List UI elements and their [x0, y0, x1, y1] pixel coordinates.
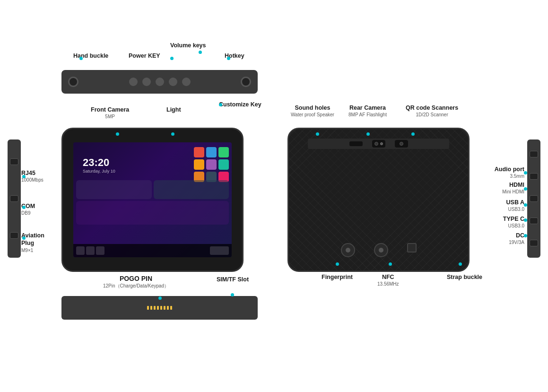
- dot-rear-camera: [366, 132, 370, 136]
- side-port-rj45: [10, 158, 18, 165]
- screen-apps: [194, 147, 229, 182]
- dot-usba: [524, 203, 527, 207]
- dot-power-key: [170, 57, 174, 60]
- side-right-device: [527, 139, 540, 258]
- side-port-audio: [530, 151, 538, 157]
- dot-audio: [524, 171, 527, 174]
- dot-typec: [524, 218, 527, 222]
- taskbar-icon-3: [96, 246, 104, 255]
- vol-up-btn: [142, 78, 151, 86]
- dot-dc: [524, 234, 527, 237]
- app-icon-3: [218, 147, 229, 157]
- pogo-pin-4: [157, 306, 159, 310]
- rear-flash: [380, 142, 383, 145]
- screen-date: Saturday, July 10: [83, 169, 115, 174]
- page-container: Volume keys Hand buckle Power KEY Hotkey…: [0, 0, 548, 392]
- label-strap-buckle: Strap buckle: [447, 273, 482, 281]
- rear-top-bar: [308, 139, 449, 149]
- dot-hdmi: [524, 187, 527, 191]
- tablet-rear: [287, 128, 470, 272]
- label-light: Light: [166, 106, 181, 113]
- hotkey-btn: [169, 78, 177, 86]
- pogo-pin-1: [147, 306, 149, 310]
- vol-down-btn: [156, 78, 164, 86]
- label-usb-a: USB A USB3.0: [506, 199, 524, 212]
- dot-strap: [459, 262, 462, 266]
- rear-cam-lens: [374, 142, 378, 146]
- taskbar-clock: [210, 246, 229, 255]
- pogo-pin-7: [167, 306, 169, 310]
- app-icon-6: [218, 159, 229, 170]
- dot-com: [22, 206, 26, 209]
- side-port-com: [10, 195, 18, 202]
- widget-1: [76, 180, 152, 199]
- rear-fingerprint-inner: [346, 248, 350, 253]
- side-left-device: [8, 139, 21, 258]
- screen-widgets: [76, 180, 229, 225]
- app-icon-1: [194, 147, 204, 157]
- pogo-pin-3: [154, 306, 156, 310]
- pogo-pin-5: [160, 306, 162, 310]
- taskbar-icon-1: [76, 246, 85, 255]
- label-aviation-plug: Aviation Plug M9×1: [21, 232, 44, 253]
- rear-nfc-inner: [379, 248, 383, 253]
- rear-scanner-lens: [400, 142, 403, 146]
- side-port-hdmi: [530, 173, 538, 180]
- rear-scanner-module: [395, 140, 408, 148]
- dot-pogo: [158, 296, 162, 300]
- dot-volume-keys: [199, 51, 202, 54]
- tablet-screen: 23:20 Saturday, July 10: [73, 142, 232, 257]
- rear-bottom-buttons: [341, 243, 417, 257]
- side-port-aviation: [10, 232, 18, 239]
- dot-light: [171, 132, 174, 136]
- label-fingerprint: Fingerprint: [322, 273, 353, 281]
- label-nfc: NFC 13.56MHz: [377, 273, 399, 287]
- side-port-typec: [530, 218, 538, 224]
- dot-front-camera: [116, 132, 119, 136]
- rear-fingerprint-btn: [341, 243, 355, 257]
- rear-nfc-btn: [374, 243, 388, 257]
- widget-2: [154, 180, 229, 199]
- dot-rj45: [22, 175, 26, 178]
- label-rear-camera: Rear Camera 8MP AF Flashlight: [348, 104, 387, 118]
- rear-speaker: [349, 141, 363, 146]
- app-icon-4: [194, 159, 204, 170]
- label-hdmi: HDMI Mini HDMI: [502, 181, 524, 195]
- customize-btn: [182, 78, 191, 86]
- top-bar-buttons: [129, 78, 191, 86]
- dot-hotkey: [227, 57, 230, 60]
- rear-strap: [407, 243, 417, 253]
- label-com: COM DB9: [21, 202, 35, 216]
- pogo-pin-2: [150, 306, 152, 310]
- pogo-pin-8: [170, 306, 172, 310]
- dot-sim: [231, 293, 234, 296]
- widget-3: [76, 201, 229, 225]
- label-hand-buckle: Hand buckle: [73, 52, 108, 60]
- label-dc: DC 19V/3A: [509, 232, 524, 245]
- dot-nfc: [389, 262, 392, 266]
- app-icon-5: [206, 159, 217, 170]
- label-qr-scanner: QR code Scanners 1D/2D Scanner: [406, 104, 458, 118]
- label-pogo-pin: POGO PIN 12Pin（Charge/Data/Keypad）: [103, 274, 169, 289]
- label-type-c: TYPE C USB3.0: [503, 215, 524, 229]
- rear-camera-module: [372, 140, 385, 148]
- pogo-pin-6: [164, 306, 165, 310]
- dot-customize-key: [219, 103, 222, 106]
- label-sound-holes: Sound holes Water proof Speaker: [291, 104, 334, 118]
- dot-aviation: [22, 236, 26, 240]
- power-key-btn: [129, 78, 138, 86]
- dot-hand-buckle: [79, 57, 83, 60]
- pogo-pins: [147, 306, 172, 310]
- tablet-front: 23:20 Saturday, July 10: [61, 128, 244, 272]
- side-port-usba: [530, 195, 538, 202]
- label-volume-keys: Volume keys: [170, 42, 206, 49]
- label-sim-slot: SIM/TF Slot: [217, 276, 249, 283]
- taskbar-icon-2: [86, 246, 95, 255]
- side-port-dc: [530, 240, 538, 246]
- app-icon-2: [206, 147, 217, 157]
- screen-taskbar: [73, 244, 232, 257]
- label-power-key: Power KEY: [129, 52, 160, 60]
- label-front-camera: Front Camera 5MP: [91, 106, 129, 120]
- dot-fingerprint: [336, 262, 339, 266]
- top-bar-right-buckle: [241, 77, 251, 87]
